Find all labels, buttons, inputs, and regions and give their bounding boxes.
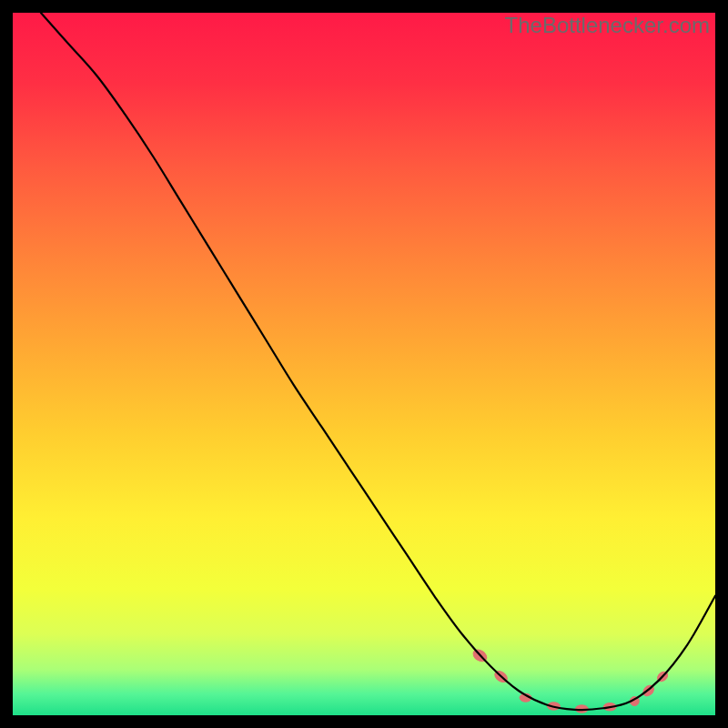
chart-frame: TheBottlenecker.com [13, 13, 715, 715]
watermark-label: TheBottlenecker.com [505, 13, 710, 38]
bottleneck-chart [13, 13, 715, 715]
chart-background [13, 13, 715, 715]
